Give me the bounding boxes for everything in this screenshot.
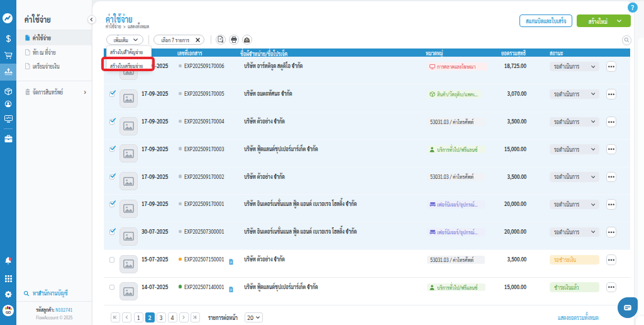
svg-text:GO: GO <box>6 309 11 315</box>
